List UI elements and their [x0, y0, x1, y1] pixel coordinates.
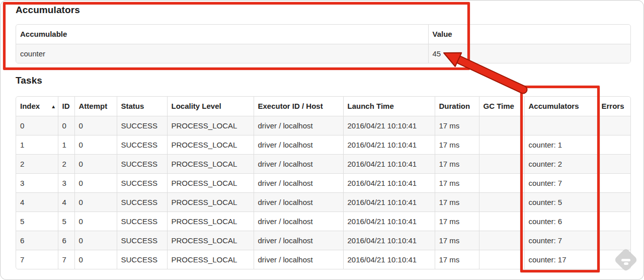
table-cell: driver / localhost: [254, 116, 343, 135]
table-cell: 17 ms: [435, 154, 479, 173]
table-cell: 3: [58, 173, 74, 192]
table-cell: SUCCESS: [117, 212, 167, 231]
table-cell: PROCESS_LOCAL: [167, 231, 254, 250]
table-cell: 2: [58, 154, 74, 173]
table-cell: PROCESS_LOCAL: [167, 212, 254, 231]
column-header-accumulators[interactable]: Accumulators: [524, 97, 597, 116]
table-row: 3 3 0 SUCCESS PROCESS_LOCAL driver / loc…: [16, 173, 631, 192]
table-cell: 0: [74, 116, 117, 135]
table-cell: 2016/04/21 10:10:41: [343, 154, 435, 173]
table-cell: 2016/04/21 10:10:41: [343, 212, 435, 231]
table-cell: 0: [58, 116, 74, 135]
column-header-launch-time[interactable]: Launch Time: [343, 97, 435, 116]
table-cell: counter: 5: [524, 192, 597, 212]
table-cell: 0: [74, 231, 117, 250]
table-cell: 2016/04/21 10:10:41: [343, 231, 435, 250]
table-cell: [597, 116, 631, 135]
table-row: counter 45: [16, 44, 631, 63]
table-cell: 17 ms: [435, 231, 479, 250]
table-cell: [597, 192, 631, 212]
column-header-label: Index: [20, 102, 40, 110]
table-cell: 1: [16, 135, 58, 154]
table-cell: 3: [16, 173, 58, 192]
column-header-value: Value: [428, 25, 631, 44]
table-cell: 17 ms: [435, 192, 479, 212]
table-cell: 6: [58, 231, 74, 250]
column-header-id[interactable]: ID: [58, 97, 74, 116]
table-row: 0 0 0 SUCCESS PROCESS_LOCAL driver / loc…: [16, 116, 631, 135]
table-cell: 4: [16, 192, 58, 212]
table-cell: SUCCESS: [117, 231, 167, 250]
table-cell: 0: [74, 173, 117, 192]
table-cell: SUCCESS: [117, 173, 167, 192]
table-cell: counter: 17: [524, 250, 597, 269]
table-cell: 17 ms: [435, 116, 479, 135]
table-cell: [479, 231, 524, 250]
table-cell: 0: [74, 192, 117, 212]
table-cell: 5: [16, 212, 58, 231]
column-header-locality-level[interactable]: Locality Level: [167, 97, 254, 116]
table-cell: 17 ms: [435, 135, 479, 154]
table-cell: PROCESS_LOCAL: [167, 116, 254, 135]
column-header-index[interactable]: Index▲: [16, 97, 58, 116]
table-cell: driver / localhost: [254, 212, 343, 231]
table-row: 2 2 0 SUCCESS PROCESS_LOCAL driver / loc…: [16, 154, 631, 173]
table-cell: [597, 135, 631, 154]
table-cell: driver / localhost: [254, 173, 343, 192]
table-cell: [597, 212, 631, 231]
table-cell: PROCESS_LOCAL: [167, 192, 254, 212]
table-cell: 4: [58, 192, 74, 212]
table-cell: 2016/04/21 10:10:41: [343, 192, 435, 212]
table-cell: [524, 116, 597, 135]
table-cell: 45: [428, 44, 631, 63]
table-cell: 0: [74, 212, 117, 231]
column-header-errors[interactable]: Errors: [597, 97, 631, 116]
table-cell: [479, 212, 524, 231]
table-cell: driver / localhost: [254, 154, 343, 173]
table-cell: 0: [74, 135, 117, 154]
table-cell: PROCESS_LOCAL: [167, 135, 254, 154]
table-cell: 2016/04/21 10:10:41: [343, 173, 435, 192]
table-row: 5 5 0 SUCCESS PROCESS_LOCAL driver / loc…: [16, 212, 631, 231]
table-cell: 7: [16, 250, 58, 269]
table-cell: counter: 7: [524, 173, 597, 192]
table-cell: 0: [16, 116, 58, 135]
sort-ascending-icon[interactable]: ▲: [51, 104, 56, 109]
table-cell: counter: 7: [524, 231, 597, 250]
table-cell: counter: [16, 44, 428, 63]
spark-ui-page: Accumulators Accumulable Value counter 4…: [0, 0, 644, 280]
column-header-duration[interactable]: Duration: [435, 97, 479, 116]
table-cell: [479, 116, 524, 135]
table-cell: counter: 2: [524, 154, 597, 173]
column-header-accumulable: Accumulable: [16, 25, 428, 44]
column-header-status[interactable]: Status: [117, 97, 167, 116]
table-cell: 2016/04/21 10:10:41: [343, 135, 435, 154]
column-header-gc-time[interactable]: GC Time: [479, 97, 524, 116]
table-cell: counter: 6: [524, 212, 597, 231]
table-cell: 2016/04/21 10:10:41: [343, 250, 435, 269]
table-cell: 17 ms: [435, 173, 479, 192]
table-cell: 0: [74, 250, 117, 269]
table-cell: 6: [16, 231, 58, 250]
table-cell: [597, 154, 631, 173]
table-cell: [479, 192, 524, 212]
table-row: 6 6 0 SUCCESS PROCESS_LOCAL driver / loc…: [16, 231, 631, 250]
column-header-attempt[interactable]: Attempt: [74, 97, 117, 116]
table-cell: [479, 250, 524, 269]
accumulators-section-title: Accumulators: [16, 5, 80, 16]
table-cell: SUCCESS: [117, 135, 167, 154]
table-cell: 7: [58, 250, 74, 269]
table-cell: [479, 173, 524, 192]
accumulators-table: Accumulable Value counter 45: [16, 24, 631, 63]
table-cell: driver / localhost: [254, 231, 343, 250]
feedly-logo-icon: [613, 247, 638, 272]
table-cell: driver / localhost: [254, 135, 343, 154]
table-cell: PROCESS_LOCAL: [167, 250, 254, 269]
table-cell: 5: [58, 212, 74, 231]
table-cell: 17 ms: [435, 212, 479, 231]
table-cell: 0: [74, 154, 117, 173]
tasks-section-title: Tasks: [16, 75, 42, 86]
column-header-executor-id-host[interactable]: Executor ID / Host: [254, 97, 343, 116]
table-cell: [479, 154, 524, 173]
table-cell: 17 ms: [435, 250, 479, 269]
